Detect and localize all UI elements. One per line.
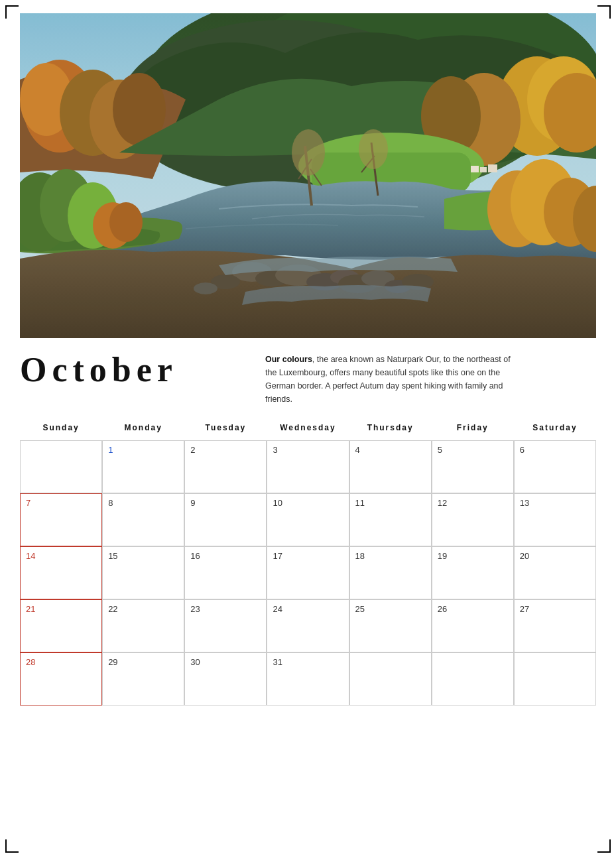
calendar-cell-1[interactable]: 1	[102, 440, 184, 493]
header-friday: Friday	[432, 419, 514, 436]
day-number-16: 16	[190, 551, 200, 561]
calendar-week-1: 123456	[20, 440, 596, 493]
day-number-2: 2	[190, 445, 195, 455]
corner-mark-tr	[597, 5, 611, 19]
day-number-24: 24	[273, 604, 282, 614]
calendar-cell-15[interactable]: 15	[102, 546, 184, 599]
description-bold: Our colours	[265, 355, 312, 364]
day-number-31: 31	[273, 657, 282, 667]
calendar-cell-17[interactable]: 17	[267, 546, 349, 599]
header-sunday: Sunday	[20, 419, 102, 436]
day-number-26: 26	[438, 604, 447, 614]
day-number-28: 28	[26, 657, 35, 667]
calendar-cell-12[interactable]: 12	[432, 493, 514, 546]
day-number-15: 15	[108, 551, 117, 561]
calendar-cell-empty[interactable]	[432, 652, 514, 705]
day-number-19: 19	[438, 551, 447, 561]
calendar-section: Sunday Monday Tuesday Wednesday Thursday…	[20, 419, 596, 705]
calendar-cell-19[interactable]: 19	[432, 546, 514, 599]
calendar-cell-25[interactable]: 25	[349, 599, 432, 652]
day-number-7: 7	[26, 498, 31, 508]
calendar-cell-22[interactable]: 22	[102, 599, 184, 652]
day-number-20: 20	[520, 551, 529, 561]
day-number-27: 27	[520, 604, 529, 614]
day-number-30: 30	[190, 657, 200, 667]
day-number-25: 25	[355, 604, 365, 614]
calendar-cell-9[interactable]: 9	[184, 493, 267, 546]
day-number-10: 10	[273, 498, 282, 508]
calendar-cell-27[interactable]: 27	[514, 599, 596, 652]
day-number-11: 11	[355, 498, 365, 508]
day-number-9: 9	[190, 498, 195, 508]
day-number-1: 1	[108, 445, 113, 455]
calendar-cell-20[interactable]: 20	[514, 546, 596, 599]
calendar-cell-13[interactable]: 13	[514, 493, 596, 546]
calendar-week-2: 78910111213	[20, 493, 596, 546]
day-headers: Sunday Monday Tuesday Wednesday Thursday…	[20, 419, 596, 436]
calendar-cell-5[interactable]: 5	[432, 440, 514, 493]
calendar-cell-7[interactable]: 7	[20, 493, 102, 546]
month-description: Our colours, the area known as Naturpark…	[265, 350, 517, 406]
corner-mark-br	[597, 839, 611, 853]
day-number-3: 3	[273, 445, 277, 455]
calendar-cell-11[interactable]: 11	[349, 493, 432, 546]
calendar-cell-14[interactable]: 14	[20, 546, 102, 599]
calendar-cell-16[interactable]: 16	[184, 546, 267, 599]
calendar-cell-28[interactable]: 28	[20, 652, 102, 705]
header-thursday: Thursday	[349, 419, 432, 436]
calendar-grid: 1234567891011121314151617181920212223242…	[20, 440, 596, 705]
calendar-cell-6[interactable]: 6	[514, 440, 596, 493]
month-title: October	[20, 350, 245, 389]
day-number-13: 13	[520, 498, 529, 508]
calendar-cell-10[interactable]: 10	[267, 493, 349, 546]
day-number-23: 23	[190, 604, 200, 614]
calendar-cell-18[interactable]: 18	[349, 546, 432, 599]
day-number-6: 6	[520, 445, 524, 455]
svg-rect-46	[20, 13, 596, 338]
day-number-4: 4	[355, 445, 360, 455]
calendar-cell-26[interactable]: 26	[432, 599, 514, 652]
page-container: October Our colours, the area known as N…	[0, 0, 616, 858]
header-monday: Monday	[102, 419, 184, 436]
calendar-cell-24[interactable]: 24	[267, 599, 349, 652]
calendar-week-4: 21222324252627	[20, 599, 596, 652]
calendar-week-5: 28293031	[20, 652, 596, 705]
day-number-18: 18	[355, 551, 365, 561]
calendar-cell-31[interactable]: 31	[267, 652, 349, 705]
calendar-week-3: 14151617181920	[20, 546, 596, 599]
day-number-22: 22	[108, 604, 117, 614]
day-number-29: 29	[108, 657, 117, 667]
calendar-cell-empty[interactable]	[20, 440, 102, 493]
calendar-cell-empty[interactable]	[514, 652, 596, 705]
day-number-5: 5	[438, 445, 442, 455]
header-saturday: Saturday	[514, 419, 596, 436]
calendar-cell-21[interactable]: 21	[20, 599, 102, 652]
calendar-cell-30[interactable]: 30	[184, 652, 267, 705]
calendar-cell-23[interactable]: 23	[184, 599, 267, 652]
calendar-cell-4[interactable]: 4	[349, 440, 432, 493]
day-number-12: 12	[438, 498, 447, 508]
calendar-cell-3[interactable]: 3	[267, 440, 349, 493]
day-number-8: 8	[108, 498, 113, 508]
month-header: October Our colours, the area known as N…	[20, 338, 596, 412]
calendar-cell-empty[interactable]	[349, 652, 432, 705]
corner-mark-tl	[5, 5, 19, 19]
hero-photo	[20, 13, 596, 338]
calendar-cell-2[interactable]: 2	[184, 440, 267, 493]
calendar-cell-8[interactable]: 8	[102, 493, 184, 546]
corner-mark-bl	[5, 839, 19, 853]
header-tuesday: Tuesday	[184, 419, 267, 436]
calendar-cell-29[interactable]: 29	[102, 652, 184, 705]
day-number-17: 17	[273, 551, 282, 561]
header-wednesday: Wednesday	[267, 419, 349, 436]
day-number-21: 21	[26, 604, 35, 614]
day-number-14: 14	[26, 551, 35, 561]
